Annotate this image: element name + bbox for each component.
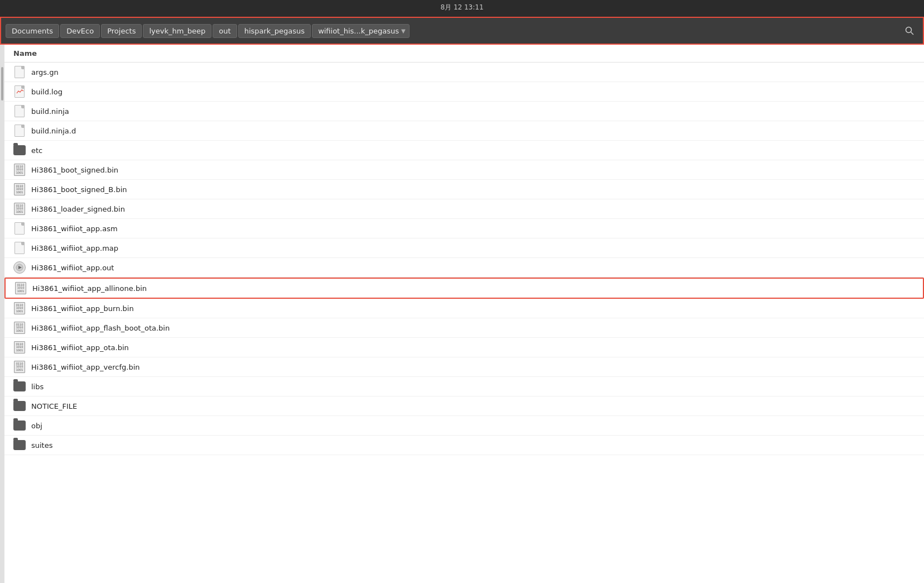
text-icon xyxy=(13,105,26,117)
list-item[interactable]: obj xyxy=(4,416,924,436)
list-item[interactable]: libs xyxy=(4,377,924,396)
file-name: Hi3861_wifiiot_app_ota.bin xyxy=(31,343,129,352)
file-name: etc xyxy=(31,146,42,155)
topbar: 8月 12 13:11 xyxy=(0,0,924,17)
list-item[interactable]: build.ninja xyxy=(4,102,924,121)
list-item[interactable]: Hi3861_wifiiot_app.out xyxy=(4,258,924,278)
file-name: Hi3861_wifiiot_app_burn.bin xyxy=(31,304,134,313)
list-item[interactable]: 011010101001Hi3861_wifiiot_app_allinone.… xyxy=(4,278,924,299)
scroll-thumb xyxy=(1,67,3,101)
list-item[interactable]: suites xyxy=(4,436,924,455)
file-manager: Name args.gn build.logbuild.ninjabuild.n… xyxy=(0,45,924,583)
text-icon xyxy=(13,125,26,137)
list-item[interactable]: build.log xyxy=(4,82,924,102)
bin-icon: 011010101001 xyxy=(13,302,26,314)
nav-crumb-documents[interactable]: Documents xyxy=(6,24,59,38)
bin-icon: 011010101001 xyxy=(15,282,27,294)
list-item[interactable]: 011010101001Hi3861_boot_signed_B.bin xyxy=(4,180,924,199)
folder-icon xyxy=(13,400,26,412)
file-name: Hi3861_boot_signed.bin xyxy=(31,166,118,174)
nav-search[interactable] xyxy=(901,22,918,40)
text-icon xyxy=(13,66,26,78)
file-name: Hi3861_wifiiot_app.out xyxy=(31,264,114,272)
folder-icon xyxy=(13,419,26,432)
exec-icon xyxy=(13,261,26,274)
list-item[interactable]: Hi3861_wifiiot_app.asm xyxy=(4,219,924,238)
list-item[interactable]: args.gn xyxy=(4,63,924,82)
file-name: Hi3861_wifiiot_app_vercfg.bin xyxy=(31,363,140,371)
list-item[interactable]: 011010101001Hi3861_wifiiot_app_burn.bin xyxy=(4,299,924,318)
list-item[interactable]: 011010101001Hi3861_wifiiot_app_ota.bin xyxy=(4,338,924,357)
folder-icon xyxy=(13,380,26,393)
file-name: NOTICE_FILE xyxy=(31,402,77,410)
svg-line-1 xyxy=(911,32,914,35)
list-item[interactable]: Hi3861_wifiiot_app.map xyxy=(4,238,924,258)
log-icon xyxy=(13,85,26,98)
file-name: build.ninja xyxy=(31,107,69,116)
nav-crumb-deveco[interactable]: DevEco xyxy=(60,24,100,38)
folder-icon xyxy=(13,439,26,451)
bin-icon: 011010101001 xyxy=(13,164,26,176)
bin-icon: 011010101001 xyxy=(13,183,26,195)
list-item[interactable]: etc xyxy=(4,141,924,160)
svg-point-0 xyxy=(906,27,912,33)
file-name: obj xyxy=(31,422,42,430)
bin-icon: 011010101001 xyxy=(13,361,26,373)
column-header-name: Name xyxy=(4,45,924,63)
file-name: Hi3861_wifiiot_app.map xyxy=(31,244,118,252)
file-name: Hi3861_loader_signed.bin xyxy=(31,205,125,213)
scroll-bar[interactable] xyxy=(0,45,4,583)
nav-crumb-wifiiot[interactable]: wifiiot_his...k_pegasus ▼ xyxy=(312,24,410,38)
nav-crumb-out[interactable]: out xyxy=(213,24,237,38)
list-item[interactable]: 011010101001Hi3861_loader_signed.bin xyxy=(4,199,924,219)
breadcrumb-navbar: DocumentsDevEcoProjectslyevk_hm_beepouth… xyxy=(0,17,924,45)
text-icon xyxy=(13,222,26,235)
file-name: Hi3861_wifiiot_app.asm xyxy=(31,224,118,233)
topbar-time: 8月 12 13:11 xyxy=(440,3,483,12)
file-list: Name args.gn build.logbuild.ninjabuild.n… xyxy=(4,45,924,583)
bin-icon: 011010101001 xyxy=(13,322,26,334)
file-name: build.log xyxy=(31,88,62,96)
file-name: Hi3861_wifiiot_app_allinone.bin xyxy=(32,284,147,293)
list-item[interactable]: NOTICE_FILE xyxy=(4,396,924,416)
nav-crumb-hispark[interactable]: hispark_pegasus xyxy=(238,24,311,38)
text-icon xyxy=(13,242,26,254)
bin-icon: 011010101001 xyxy=(13,341,26,353)
file-name: args.gn xyxy=(31,68,59,77)
nav-crumb-projects[interactable]: Projects xyxy=(101,24,142,38)
bin-icon: 011010101001 xyxy=(13,203,26,215)
list-item[interactable]: 011010101001Hi3861_wifiiot_app_vercfg.bi… xyxy=(4,357,924,377)
list-item[interactable]: build.ninja.d xyxy=(4,121,924,141)
folder-icon xyxy=(13,144,26,156)
file-name: libs xyxy=(31,383,44,391)
file-name: Hi3861_boot_signed_B.bin xyxy=(31,185,127,194)
file-name: Hi3861_wifiiot_app_flash_boot_ota.bin xyxy=(31,324,170,332)
file-name: suites xyxy=(31,441,53,450)
file-name: build.ninja.d xyxy=(31,127,76,135)
list-item[interactable]: 011010101001Hi3861_boot_signed.bin xyxy=(4,160,924,180)
nav-crumb-lyevk[interactable]: lyevk_hm_beep xyxy=(143,24,211,38)
list-item[interactable]: 011010101001Hi3861_wifiiot_app_flash_boo… xyxy=(4,318,924,338)
